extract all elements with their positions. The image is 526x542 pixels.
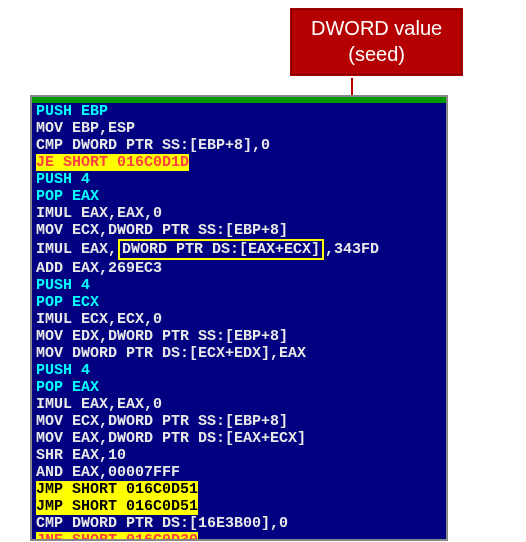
asm-line: POP ECX bbox=[36, 294, 442, 311]
asm-text: IMUL EAX, bbox=[36, 241, 117, 258]
jmp-highlight: JMP SHORT 016C0D51 bbox=[36, 498, 198, 515]
asm-line: PUSH EBP bbox=[36, 103, 442, 120]
asm-line: CMP DWORD PTR SS:[EBP+8],0 bbox=[36, 137, 442, 154]
callout-box: DWORD value (seed) bbox=[290, 8, 463, 76]
jump-highlight: JNE SHORT 016C0D30 bbox=[36, 532, 198, 541]
asm-text: ,343FD bbox=[325, 241, 379, 258]
asm-line: PUSH 4 bbox=[36, 277, 442, 294]
asm-line: PUSH 4 bbox=[36, 171, 442, 188]
asm-line: AND EAX,00007FFF bbox=[36, 464, 442, 481]
asm-line: IMUL ECX,ECX,0 bbox=[36, 311, 442, 328]
callout-line1: DWORD value bbox=[311, 15, 442, 41]
jump-highlight: JE SHORT 016C0D1D bbox=[36, 154, 189, 171]
asm-line: MOV DWORD PTR DS:[ECX+EDX],EAX bbox=[36, 345, 442, 362]
asm-line: IMUL EAX,DWORD PTR DS:[EAX+ECX],343FD bbox=[36, 239, 442, 260]
asm-line: CMP DWORD PTR DS:[16E3B00],0 bbox=[36, 515, 442, 532]
disassembly-lines: PUSH EBP MOV EBP,ESP CMP DWORD PTR SS:[E… bbox=[32, 103, 446, 541]
asm-line: JNE SHORT 016C0D30 bbox=[36, 532, 442, 541]
asm-line: POP EAX bbox=[36, 379, 442, 396]
asm-line: SHR EAX,10 bbox=[36, 447, 442, 464]
disassembly-window: PUSH EBP MOV EBP,ESP CMP DWORD PTR SS:[E… bbox=[30, 95, 448, 541]
asm-line: JE SHORT 016C0D1D bbox=[36, 154, 442, 171]
asm-line: MOV ECX,DWORD PTR SS:[EBP+8] bbox=[36, 413, 442, 430]
jmp-highlight: JMP SHORT 016C0D51 bbox=[36, 481, 198, 498]
callout-line2: (seed) bbox=[311, 41, 442, 67]
seed-operand-box: DWORD PTR DS:[EAX+ECX] bbox=[118, 239, 324, 260]
asm-line: PUSH 4 bbox=[36, 362, 442, 379]
asm-line: JMP SHORT 016C0D51 bbox=[36, 481, 442, 498]
asm-line: MOV EBP,ESP bbox=[36, 120, 442, 137]
asm-line: MOV ECX,DWORD PTR SS:[EBP+8] bbox=[36, 222, 442, 239]
asm-line: MOV EDX,DWORD PTR SS:[EBP+8] bbox=[36, 328, 442, 345]
asm-line: IMUL EAX,EAX,0 bbox=[36, 396, 442, 413]
asm-line: ADD EAX,269EC3 bbox=[36, 260, 442, 277]
asm-line: POP EAX bbox=[36, 188, 442, 205]
asm-line: MOV EAX,DWORD PTR DS:[EAX+ECX] bbox=[36, 430, 442, 447]
asm-line: IMUL EAX,EAX,0 bbox=[36, 205, 442, 222]
asm-line: JMP SHORT 016C0D51 bbox=[36, 498, 442, 515]
